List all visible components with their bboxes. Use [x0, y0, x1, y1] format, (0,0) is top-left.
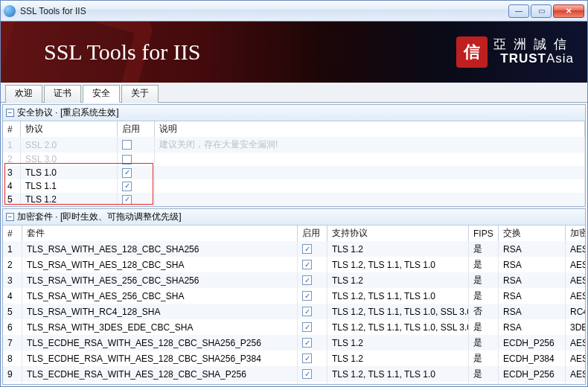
cell-name: SSL 3.0: [21, 153, 118, 166]
cell-cipher: AES: [566, 366, 585, 382]
tab-1[interactable]: 证书: [44, 85, 81, 103]
checkbox-icon[interactable]: [302, 369, 312, 379]
cell-suite: TLS_RSA_WITH_3DES_EDE_CBC_SHA: [22, 319, 298, 335]
cell-desc: [155, 179, 585, 193]
minimize-button[interactable]: —: [508, 4, 529, 18]
col-num[interactable]: #: [3, 226, 22, 241]
cell-fips: 是: [469, 366, 499, 382]
cell-cipher: AES: [566, 382, 585, 384]
cell-protocols: TLS 1.2: [327, 272, 469, 288]
cell-exchange: ECDH_P384: [499, 382, 566, 384]
cell-enable[interactable]: [298, 272, 327, 288]
cell-fips: 是: [469, 241, 499, 257]
checkbox-icon[interactable]: [302, 244, 312, 254]
collapse-icon[interactable]: −: [6, 109, 14, 117]
protocols-panel-body: # 协议 启用 说明 1SSL 2.0建议关闭，存在大量安全漏洞!2SSL 3.…: [3, 121, 585, 206]
col-exchange[interactable]: 交换: [499, 226, 566, 241]
cell-enable[interactable]: [298, 241, 327, 257]
cell-exchange: ECDH_P256: [499, 366, 566, 382]
cell-suite: TLS_RSA_WITH_RC4_128_SHA: [22, 304, 298, 319]
cell-enable[interactable]: [298, 319, 327, 335]
checkbox-icon[interactable]: [122, 140, 132, 150]
maximize-button[interactable]: ▭: [531, 4, 552, 18]
col-protocols[interactable]: 支持协议: [327, 226, 469, 241]
col-enable[interactable]: 启用: [118, 121, 155, 137]
content-area: − 安全协议 · [重启系统生效] # 协议 启用 说明 1SSL 2.0建议关…: [1, 103, 587, 386]
cell-enable[interactable]: [298, 366, 327, 382]
cell-fips: 是: [469, 272, 499, 288]
checkbox-icon[interactable]: [302, 322, 312, 332]
cell-protocols: TLS 1.2, TLS 1.1, TLS 1.0, SSL 3.0: [327, 319, 469, 335]
tab-0[interactable]: 欢迎: [5, 85, 42, 103]
cell-num: 5: [3, 193, 21, 206]
suites-grid: # 套件 启用 支持协议 FIPS 交换 加密 哈希 1TLS_RSA_WITH…: [3, 226, 585, 384]
cell-fips: 是: [469, 335, 499, 351]
col-cipher[interactable]: 加密: [566, 226, 585, 241]
cell-num: 4: [3, 179, 21, 193]
checkbox-icon[interactable]: [302, 291, 312, 301]
cell-enable[interactable]: [118, 137, 155, 153]
cell-cipher: AES: [566, 272, 585, 288]
cell-exchange: RSA: [499, 304, 566, 319]
cell-enable[interactable]: [298, 288, 327, 304]
cell-enable[interactable]: [298, 304, 327, 319]
cell-fips: 是: [469, 382, 499, 384]
cell-enable[interactable]: [118, 153, 155, 166]
cell-protocols: TLS 1.2, TLS 1.1, TLS 1.0: [327, 288, 469, 304]
cell-exchange: RSA: [499, 288, 566, 304]
col-protocol[interactable]: 协议: [21, 121, 118, 137]
cell-fips: 是: [469, 257, 499, 272]
window-buttons: — ▭ ✕: [508, 4, 584, 18]
col-enable[interactable]: 启用: [298, 226, 327, 241]
cell-fips: 是: [469, 351, 499, 366]
cell-fips: 是: [469, 288, 499, 304]
window-title: SSL Tools for IIS: [20, 6, 86, 16]
cell-cipher: AES: [566, 335, 585, 351]
cell-enable[interactable]: [298, 382, 327, 384]
tab-3[interactable]: 关于: [121, 85, 159, 103]
cell-cipher: RC4: [566, 304, 585, 319]
cell-num: 3: [3, 272, 22, 288]
cell-protocols: TLS 1.2, TLS 1.1, TLS 1.0: [327, 366, 469, 382]
cell-exchange: ECDH_P256: [499, 335, 566, 351]
cell-num: 2: [3, 257, 22, 272]
protocols-panel-header[interactable]: − 安全协议 · [重启系统生效]: [3, 105, 585, 121]
checkbox-icon[interactable]: [302, 260, 312, 269]
cell-num: 6: [3, 319, 22, 335]
col-num[interactable]: #: [3, 121, 21, 137]
cell-enable[interactable]: [298, 351, 327, 366]
banner: SSL Tools for IIS 信 亞洲誠信 TRUSTAsia: [1, 22, 587, 83]
cell-protocols: TLS 1.2, TLS 1.1, TLS 1.0: [327, 257, 469, 272]
checkbox-icon[interactable]: [122, 155, 132, 164]
cell-num: 5: [3, 304, 22, 319]
checkbox-icon[interactable]: [302, 307, 312, 316]
protocols-grid: # 协议 启用 说明 1SSL 2.0建议关闭，存在大量安全漏洞!2SSL 3.…: [3, 121, 585, 206]
cell-enable[interactable]: [298, 257, 327, 272]
checkbox-icon[interactable]: [122, 168, 132, 178]
checkbox-icon[interactable]: [302, 338, 312, 348]
tab-2[interactable]: 安全: [83, 85, 120, 103]
cell-cipher: AES: [566, 257, 585, 272]
cell-enable[interactable]: [118, 179, 155, 193]
checkbox-icon[interactable]: [122, 182, 132, 191]
cell-enable[interactable]: [298, 335, 327, 351]
collapse-icon[interactable]: −: [6, 213, 14, 221]
protocols-panel: − 安全协议 · [重启系统生效] # 协议 启用 说明 1SSL 2.0建议关…: [2, 104, 586, 207]
cell-name: TLS 1.2: [21, 193, 118, 206]
close-button[interactable]: ✕: [553, 4, 584, 18]
checkbox-icon[interactable]: [122, 195, 132, 205]
cell-enable[interactable]: [118, 166, 155, 179]
suites-panel-header[interactable]: − 加密套件 · [即时生效、可拖动调整优先级]: [3, 209, 585, 226]
col-suite[interactable]: 套件: [22, 226, 298, 241]
cell-num: 10: [3, 382, 22, 384]
checkbox-icon[interactable]: [302, 354, 312, 363]
brand-en: TRUSTAsia: [493, 52, 574, 66]
cell-num: 2: [3, 153, 21, 166]
cell-enable[interactable]: [118, 193, 155, 206]
cell-protocols: TLS 1.2: [327, 241, 469, 257]
checkbox-icon[interactable]: [302, 275, 312, 285]
cell-suite: TLS_ECDHE_RSA_WITH_AES_128_CBC_SHA_P256: [22, 366, 298, 382]
col-desc[interactable]: 说明: [155, 121, 585, 137]
cell-exchange: ECDH_P384: [499, 351, 566, 366]
col-fips[interactable]: FIPS: [469, 226, 499, 241]
